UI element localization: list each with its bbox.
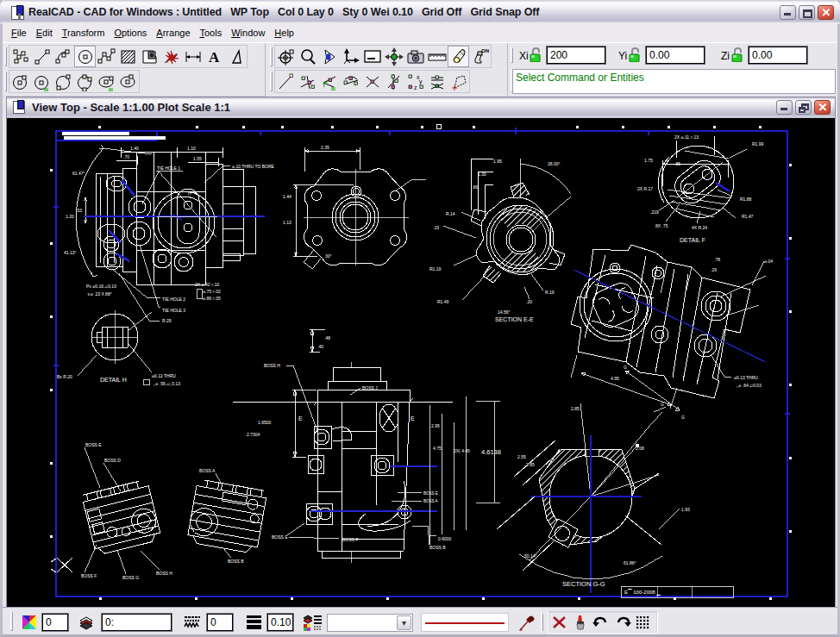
svg-text:A: A [209,49,220,66]
svg-text:.78: .78 [714,257,720,262]
svg-text:1.95: 1.95 [493,159,502,164]
svg-text:BOSS E: BOSS E [85,442,102,447]
svg-text:E: E [411,415,415,422]
svg-text:BOSS D: BOSS D [104,458,121,463]
svg-text:.29: .29 [711,267,717,272]
svg-text:R1.99: R1.99 [752,141,764,147]
svg-text:BOSS A: BOSS A [199,468,216,473]
svg-text:.40: .40 [317,344,323,349]
svg-text:Px ⌀0.16 ▱0.10: Px ⌀0.16 ▱0.10 [86,284,116,289]
svg-text:SECTION G-G: SECTION G-G [562,580,605,588]
svg-text:BOSS E: BOSS E [272,534,288,540]
svg-text:2.85: 2.85 [526,462,535,467]
svg-text:1.30: 1.30 [478,172,486,177]
svg-text:1.40: 1.40 [130,146,139,151]
svg-text:4X R.24: 4X R.24 [692,225,707,230]
svg-text:G: G [661,402,664,407]
svg-text:.53: .53 [76,208,82,213]
svg-text:BOSS J: BOSS J [362,385,378,390]
svg-text:1.55: 1.55 [193,156,202,161]
svg-text:.20: .20 [526,299,532,304]
svg-text:.15: .15 [433,225,439,230]
svg-text:1.75: 1.75 [644,158,653,163]
svg-text:.219: .219 [650,209,659,215]
svg-text:Bx R.20: Bx R.20 [57,374,72,379]
svg-text:41.13°: 41.13° [64,250,77,255]
svg-text:4.95: 4.95 [611,376,619,381]
svg-text:2.55: 2.55 [517,454,526,459]
svg-text:61.86°: 61.86° [624,560,636,565]
svg-text:2.08: 2.08 [636,446,644,451]
svg-text:DETAIL H: DETAIL H [100,377,127,383]
svg-text:4.6138: 4.6138 [481,448,501,456]
svg-text:E: E [298,415,303,422]
svg-text:1.6500: 1.6500 [258,420,272,425]
svg-text:BOSS G: BOSS G [122,575,139,580]
svg-text:G: G [681,415,685,420]
svg-text:∨⌀ .23 X 88°: ∨⌀ .23 X 88° [87,291,112,297]
svg-text:E▔ 100-2008 ▁: E▔ 100-2008 ▁ [624,589,661,596]
svg-text:R1.49: R1.49 [437,299,449,304]
svg-text:BOSS E: BOSS E [423,491,438,496]
svg-text:⌀.86 ▿.05: ⌀.86 ▿.05 [203,296,221,301]
svg-text:TIE HOLE 3: TIE HOLE 3 [162,308,185,313]
svg-text:BOSS A: BOSS A [423,499,438,503]
svg-text:1.93: 1.93 [681,507,690,512]
svg-text:R1.88: R1.88 [740,197,752,202]
svg-text:R1.47: R1.47 [742,214,754,219]
svg-text:61.47°: 61.47° [72,171,85,176]
svg-text:R.19: R.19 [545,290,555,295]
svg-text:R1.19: R1.19 [429,266,442,272]
svg-text:.66: .66 [472,184,478,190]
svg-text:BOSS H: BOSS H [156,571,172,576]
svg-text:28.00°: 28.00° [548,161,561,166]
svg-text:H: H [188,190,191,196]
svg-text:BOSS H: BOSS H [264,363,280,368]
svg-text:R.14: R.14 [446,211,455,216]
svg-text:⌀.10 THRU TO BORE: ⌀.10 THRU TO BORE [232,164,275,169]
svg-text:BOSS B: BOSS B [228,559,244,564]
svg-text:2.85: 2.85 [571,406,580,411]
svg-text:50.14°: 50.14° [524,553,537,559]
svg-text:2.35: 2.35 [321,145,329,150]
svg-text:1.10: 1.10 [187,146,196,151]
svg-text:.85: .85 [674,161,680,166]
svg-text:2X ⌀.42 ▿.10: 2X ⌀.42 ▿.10 [195,282,220,287]
svg-text:1.20: 1.20 [66,214,74,219]
svg-text:0.6000: 0.6000 [438,536,452,541]
svg-text:y: y [419,78,423,85]
svg-text:.48: .48 [324,335,330,340]
svg-text:BOSS F: BOSS F [81,573,97,578]
svg-text:DETAIL F: DETAIL F [680,237,705,243]
svg-text:1.44: 1.44 [283,194,291,199]
svg-text:TIE HOLE 1: TIE HOLE 1 [157,165,180,171]
svg-text:R.29: R.29 [162,318,172,323]
svg-text:2.95: 2.95 [431,423,440,428]
svg-text:z: z [414,84,417,91]
svg-text:2.7304: 2.7304 [247,432,260,437]
svg-text:⌀0.13 THRU: ⌀0.13 THRU [734,375,758,380]
svg-text:⌀0.12 THRU: ⌀0.12 THRU [152,373,176,378]
svg-text:2X R.17: 2X R.17 [637,186,653,191]
svg-text:BOSS F: BOSS F [342,537,358,542]
svg-text:⌞⌀ .56 ▱⌞0.13: ⌞⌀ .56 ▱⌞0.13 [154,381,180,386]
svg-text:4.75: 4.75 [433,446,442,451]
svg-text:TIE HOLE 2: TIE HOLE 2 [162,297,185,302]
svg-text:30°: 30° [325,253,332,259]
svg-text:2X ⌀.11 ▿.13: 2X ⌀.11 ▿.13 [674,134,699,140]
svg-text:G: G [624,365,627,370]
svg-text:⌀.75 ▿.02: ⌀.75 ▿.02 [203,289,221,294]
svg-text:⌞⌀ .64 ▱0.03: ⌞⌀ .64 ▱0.03 [737,383,762,388]
svg-text:⌀.04: ⌀.04 [764,259,773,264]
svg-text:2X( 4.45: 2X( 4.45 [454,448,470,453]
svg-text:BOSS B: BOSS B [429,545,446,550]
svg-text:8X .75: 8X .75 [655,223,668,228]
svg-text:1.13: 1.13 [283,220,291,225]
svg-text:.70: .70 [123,154,129,159]
svg-text:14.56°: 14.56° [498,309,511,315]
svg-text:SECTION E-E: SECTION E-E [495,316,534,322]
